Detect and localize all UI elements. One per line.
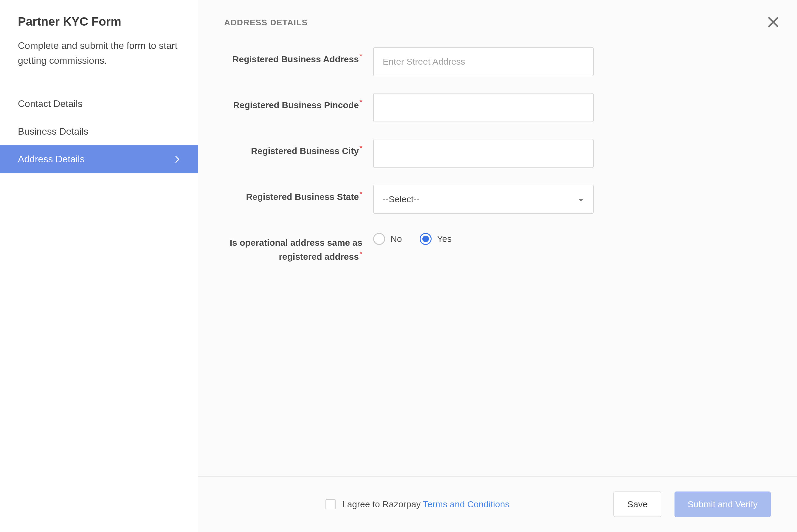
main-header: ADDRESS DETAILS bbox=[198, 0, 797, 29]
radio-icon bbox=[373, 233, 385, 245]
state-select[interactable]: --Select-- bbox=[373, 185, 594, 214]
main-panel: ADDRESS DETAILS Registered Business Addr… bbox=[198, 0, 797, 532]
sidebar-header: Partner KYC Form Complete and submit the… bbox=[0, 15, 198, 83]
sidebar-item-contact-details[interactable]: Contact Details bbox=[0, 90, 198, 118]
field-row-same-address: Is operational address same as registere… bbox=[224, 231, 771, 264]
radio-icon bbox=[420, 233, 431, 245]
sidebar-item-address-details[interactable]: Address Details bbox=[0, 145, 198, 173]
radio-dot-icon bbox=[422, 235, 429, 242]
app-root: Partner KYC Form Complete and submit the… bbox=[0, 0, 797, 532]
select-value: --Select-- bbox=[383, 194, 419, 204]
field-label: Is operational address same as registere… bbox=[230, 238, 363, 262]
page-title: Partner KYC Form bbox=[18, 15, 180, 28]
radio-group-same-address: No Yes bbox=[373, 231, 594, 245]
sidebar-nav: Contact Details Business Details Address… bbox=[0, 90, 198, 173]
radio-option-yes[interactable]: Yes bbox=[420, 233, 451, 245]
required-asterisk: * bbox=[359, 98, 363, 107]
field-row-address: Registered Business Address* bbox=[224, 47, 771, 76]
page-subtitle: Complete and submit the form to start ge… bbox=[18, 38, 179, 68]
required-asterisk: * bbox=[359, 52, 363, 61]
field-control-wrap bbox=[373, 139, 594, 168]
field-label: Registered Business State bbox=[246, 192, 358, 202]
field-row-pincode: Registered Business Pincode* bbox=[224, 93, 771, 122]
sidebar: Partner KYC Form Complete and submit the… bbox=[0, 0, 198, 532]
pincode-input[interactable] bbox=[373, 93, 594, 122]
agree-text: I agree to Razorpay Terms and Conditions bbox=[342, 499, 509, 509]
form-area: Registered Business Address* Registered … bbox=[198, 29, 797, 476]
sidebar-item-label: Address Details bbox=[18, 154, 85, 165]
terms-link[interactable]: Terms and Conditions bbox=[423, 499, 509, 509]
footer-bar: I agree to Razorpay Terms and Conditions… bbox=[198, 476, 797, 532]
required-asterisk: * bbox=[359, 189, 363, 198]
close-icon bbox=[767, 16, 779, 28]
agree-wrap: I agree to Razorpay Terms and Conditions bbox=[326, 499, 509, 509]
required-asterisk: * bbox=[359, 249, 363, 258]
address-input[interactable] bbox=[373, 47, 594, 76]
field-control-wrap bbox=[373, 93, 594, 122]
field-control-wrap: --Select-- bbox=[373, 185, 594, 214]
field-label-wrap: Registered Business Pincode* bbox=[224, 93, 373, 112]
chevron-right-icon bbox=[175, 157, 180, 162]
field-control-wrap: No Yes bbox=[373, 231, 594, 245]
field-label-wrap: Registered Business City* bbox=[224, 139, 373, 158]
field-row-state: Registered Business State* --Select-- bbox=[224, 185, 771, 214]
submit-verify-button[interactable]: Submit and Verify bbox=[674, 492, 771, 517]
field-label-wrap: Is operational address same as registere… bbox=[224, 231, 373, 264]
radio-label: Yes bbox=[437, 234, 451, 244]
radio-label: No bbox=[390, 234, 402, 244]
field-label-wrap: Registered Business Address* bbox=[224, 47, 373, 66]
field-label-wrap: Registered Business State* bbox=[224, 185, 373, 204]
sidebar-item-label: Contact Details bbox=[18, 98, 82, 109]
required-asterisk: * bbox=[359, 144, 363, 153]
chevron-down-icon bbox=[578, 194, 584, 204]
section-title: ADDRESS DETAILS bbox=[224, 18, 308, 27]
field-label: Registered Business City bbox=[251, 146, 359, 156]
close-button[interactable] bbox=[766, 15, 780, 29]
field-row-city: Registered Business City* bbox=[224, 139, 771, 168]
sidebar-item-business-details[interactable]: Business Details bbox=[0, 118, 198, 145]
city-input[interactable] bbox=[373, 139, 594, 168]
field-control-wrap bbox=[373, 47, 594, 76]
field-label: Registered Business Pincode bbox=[233, 100, 359, 110]
radio-option-no[interactable]: No bbox=[373, 233, 402, 245]
sidebar-item-label: Business Details bbox=[18, 126, 89, 137]
field-label: Registered Business Address bbox=[233, 54, 359, 64]
save-button[interactable]: Save bbox=[613, 492, 661, 517]
agree-checkbox[interactable] bbox=[326, 499, 336, 509]
agree-prefix: I agree to Razorpay bbox=[342, 499, 423, 509]
